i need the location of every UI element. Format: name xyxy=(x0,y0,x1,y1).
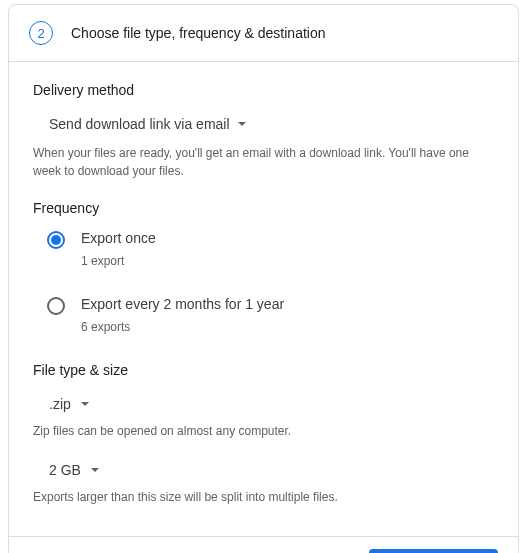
filetype-dropdown[interactable]: .zip xyxy=(41,392,97,416)
caret-down-icon xyxy=(81,402,89,406)
radio-icon xyxy=(47,231,65,249)
export-settings-card: 2 Choose file type, frequency & destinat… xyxy=(8,4,519,553)
radio-label: Export once xyxy=(81,230,494,246)
delivery-method-description: When your files are ready, you'll get an… xyxy=(33,144,494,180)
frequency-option-bimonthly[interactable]: Export every 2 months for 1 year 6 expor… xyxy=(47,296,494,352)
step-number-badge: 2 xyxy=(29,21,53,45)
delivery-method-value: Send download link via email xyxy=(49,116,230,132)
step-title: Choose file type, frequency & destinatio… xyxy=(71,25,326,41)
filetype-description: Zip files can be opened on almost any co… xyxy=(33,422,494,440)
content-area: Delivery method Send download link via e… xyxy=(9,62,518,536)
radio-sublabel: 6 exports xyxy=(81,320,494,334)
footer: Create export xyxy=(9,536,518,553)
step-header: 2 Choose file type, frequency & destinat… xyxy=(9,5,518,62)
radio-content: Export every 2 months for 1 year 6 expor… xyxy=(81,296,494,352)
caret-down-icon xyxy=(91,468,99,472)
radio-content: Export once 1 export xyxy=(81,230,494,286)
radio-sublabel: 1 export xyxy=(81,254,494,268)
filetype-value: .zip xyxy=(49,396,71,412)
radio-label: Export every 2 months for 1 year xyxy=(81,296,494,312)
filetype-size-title: File type & size xyxy=(33,362,494,378)
radio-icon xyxy=(47,297,65,315)
create-export-button[interactable]: Create export xyxy=(369,549,498,553)
delivery-method-title: Delivery method xyxy=(33,82,494,98)
frequency-title: Frequency xyxy=(33,200,494,216)
frequency-option-once[interactable]: Export once 1 export xyxy=(47,230,494,286)
filesize-dropdown[interactable]: 2 GB xyxy=(41,458,107,482)
caret-down-icon xyxy=(238,122,246,126)
filesize-value: 2 GB xyxy=(49,462,81,478)
frequency-radio-group: Export once 1 export Export every 2 mont… xyxy=(47,230,494,352)
filesize-description: Exports larger than this size will be sp… xyxy=(33,488,494,506)
delivery-method-dropdown[interactable]: Send download link via email xyxy=(41,112,254,136)
